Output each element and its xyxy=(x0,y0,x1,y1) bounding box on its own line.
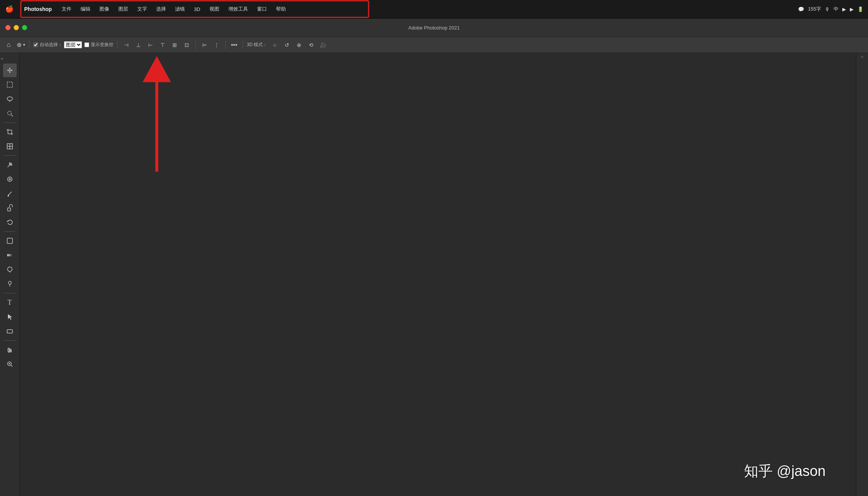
menu-plugins[interactable]: 增效工具 xyxy=(224,0,253,19)
title-bar: Adobe Photoshop 2021 xyxy=(0,19,868,37)
minimize-button[interactable] xyxy=(14,25,19,30)
window-title: Adobe Photoshop 2021 xyxy=(408,25,460,31)
3d-slide-button[interactable]: ⟲ xyxy=(306,40,316,50)
right-expand-icon[interactable]: « xyxy=(861,54,863,59)
char-count: 155字 xyxy=(808,6,821,12)
main-layout: » xyxy=(0,53,868,496)
input-method: 中 xyxy=(834,6,839,12)
play-icon: ▶ xyxy=(842,6,846,12)
svg-marker-36 xyxy=(143,56,171,82)
svg-line-19 xyxy=(8,192,12,195)
separator-5 xyxy=(243,40,243,50)
distribute-center-h-button[interactable]: ⋮ xyxy=(212,40,222,50)
3d-scale-button[interactable]: 🎥 xyxy=(318,40,328,50)
battery-icon: 🔋 xyxy=(857,6,863,12)
menu-right: 💬 155字 🎙 中 ▶ ▶ 🔋 xyxy=(798,6,868,12)
svg-rect-29 xyxy=(7,330,12,333)
separator-2 xyxy=(117,40,118,50)
more-options-button[interactable]: ••• xyxy=(229,42,239,48)
type-tool-button[interactable]: T xyxy=(3,296,17,309)
shape-tool-button[interactable] xyxy=(3,324,17,338)
home-button[interactable]: ⌂ xyxy=(3,39,14,51)
menu-items: 文件 编辑 图像 图层 文字 选择 滤镜 3D 视图 增效工具 窗口 帮助 xyxy=(57,0,798,19)
3d-mode-label: 3D 模式： xyxy=(247,42,268,48)
marquee-tool-button[interactable] xyxy=(3,78,17,91)
slice-tool-button[interactable] xyxy=(3,140,17,153)
fullscreen-button[interactable] xyxy=(22,25,27,30)
3d-roll-button[interactable]: ↺ xyxy=(282,40,292,50)
svg-point-26 xyxy=(8,281,11,284)
move-tool-arrow: ▾ xyxy=(23,42,25,47)
auto-select-label: 自动选择： xyxy=(40,42,62,48)
tool-divider-2 xyxy=(4,155,16,156)
move-tool-button[interactable] xyxy=(3,64,17,77)
path-selection-button[interactable] xyxy=(3,310,17,324)
blur-tool-button[interactable] xyxy=(3,263,17,276)
align-bottom-button[interactable]: ⊡ xyxy=(182,40,192,50)
menu-edit[interactable]: 编辑 xyxy=(76,0,95,19)
distribute-left-button[interactable]: ⊨ xyxy=(200,40,209,50)
zoom-tool-button[interactable] xyxy=(3,357,17,371)
tool-divider-1 xyxy=(4,122,16,123)
svg-rect-21 xyxy=(8,208,11,211)
tool-divider-3 xyxy=(4,231,16,232)
menu-layer[interactable]: 图层 xyxy=(114,0,133,19)
brush-tool-button[interactable] xyxy=(3,187,17,200)
watermark: 知乎 @jason xyxy=(744,462,826,481)
close-button[interactable] xyxy=(5,25,11,30)
clone-stamp-button[interactable] xyxy=(3,201,17,215)
svg-marker-0 xyxy=(7,67,13,73)
separator-4 xyxy=(225,40,226,50)
eraser-tool-button[interactable] xyxy=(3,234,17,248)
align-center-h-button[interactable]: ⊥ xyxy=(133,40,143,50)
svg-marker-28 xyxy=(8,314,12,320)
history-brush-button[interactable] xyxy=(3,215,17,229)
healing-brush-button[interactable] xyxy=(3,172,17,186)
options-bar: ⌂ ⊕ ▾ 自动选择： 图层 显示变换控 ⊣ ⊥ ⊢ ⊤ ⊞ ⊡ ⊨ ⋮ •••… xyxy=(0,37,868,53)
menu-image[interactable]: 图像 xyxy=(95,0,114,19)
align-top-button[interactable]: ⊤ xyxy=(158,40,167,50)
hand-tool-button[interactable] xyxy=(3,343,17,356)
svg-point-4 xyxy=(8,111,11,115)
quick-select-tool-button[interactable] xyxy=(3,107,17,120)
siri-icon: ▶ xyxy=(850,6,854,12)
svg-line-5 xyxy=(11,115,13,116)
menu-view[interactable]: 视图 xyxy=(205,0,224,19)
svg-point-2 xyxy=(7,97,12,101)
traffic-lights xyxy=(0,19,33,37)
menu-file[interactable]: 文件 xyxy=(57,0,76,19)
layer-group-dropdown[interactable]: 图层 xyxy=(64,41,82,48)
gradient-tool-button[interactable] xyxy=(3,248,17,262)
menu-select[interactable]: 选择 xyxy=(152,0,170,19)
3d-pan-button[interactable]: ⊕ xyxy=(294,40,304,50)
apple-logo[interactable]: 🍎 xyxy=(0,5,19,13)
menu-type[interactable]: 文字 xyxy=(133,0,152,19)
menu-3d[interactable]: 3D xyxy=(189,0,205,19)
menu-filter[interactable]: 滤镜 xyxy=(170,0,189,19)
left-toolbar: » xyxy=(0,53,20,496)
svg-line-13 xyxy=(8,164,11,167)
svg-point-20 xyxy=(8,195,9,197)
3d-rotate-button[interactable]: ○ xyxy=(270,40,280,50)
tool-divider-5 xyxy=(4,340,16,341)
show-transform-checkbox[interactable] xyxy=(84,42,89,47)
align-left-button[interactable]: ⊣ xyxy=(121,40,131,50)
align-right-button[interactable]: ⊢ xyxy=(146,40,155,50)
svg-rect-23 xyxy=(7,254,12,256)
menu-bar: 🍎 Photoshop 文件 编辑 图像 图层 文字 选择 滤镜 3D 视图 增… xyxy=(0,0,868,19)
lasso-tool-button[interactable] xyxy=(3,92,17,106)
app-name[interactable]: Photoshop xyxy=(19,6,57,12)
svg-point-24 xyxy=(8,267,12,271)
canvas-area: 知乎 @jason xyxy=(20,53,856,496)
align-center-v-button[interactable]: ⊞ xyxy=(170,40,180,50)
expand-icon[interactable]: » xyxy=(1,56,3,61)
dodge-tool-button[interactable] xyxy=(3,277,17,291)
auto-select-checkbox[interactable] xyxy=(33,42,38,47)
move-tool-options: ⊕ ▾ xyxy=(17,41,25,48)
menu-window[interactable]: 窗口 xyxy=(253,0,271,19)
crop-tool-button[interactable] xyxy=(3,125,17,139)
tool-divider-4 xyxy=(4,293,16,293)
menu-help[interactable]: 帮助 xyxy=(271,0,290,19)
eyedropper-tool-button[interactable] xyxy=(3,158,17,172)
svg-rect-22 xyxy=(7,238,12,243)
